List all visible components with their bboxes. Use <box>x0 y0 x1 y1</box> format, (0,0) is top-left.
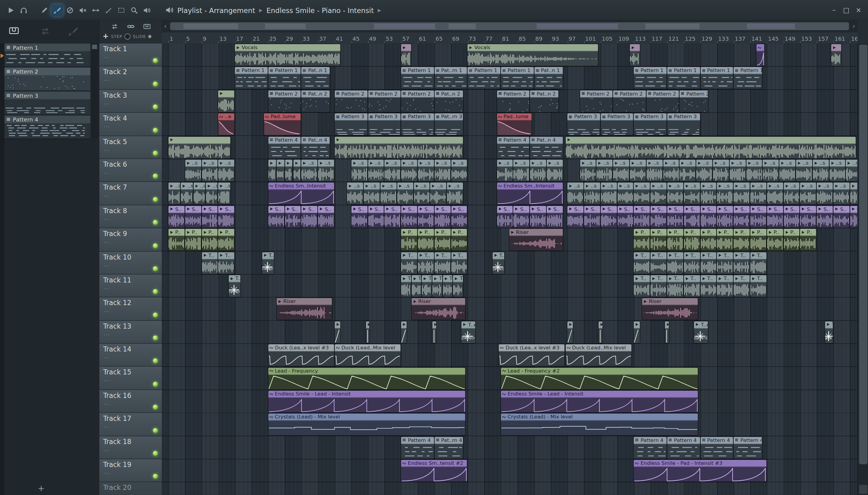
clip-t-2[interactable]: T..2 <box>262 252 274 274</box>
track-mute-led[interactable] <box>153 197 158 202</box>
clip-pattern-2[interactable]: Pattern 2 <box>613 90 646 112</box>
pattern-header[interactable]: Pattern 4 <box>4 116 90 123</box>
clip-s[interactable]: ..s <box>796 159 812 181</box>
clip-s[interactable]: ..s <box>185 159 201 181</box>
clip-s[interactable]: ..s <box>646 159 662 181</box>
clip-s[interactable]: ..s <box>584 183 600 204</box>
clip-s[interactable]: ..s <box>601 183 617 204</box>
clip-s[interactable]: ..s <box>301 159 317 181</box>
clip-audio[interactable] <box>598 321 602 343</box>
clip-crystals-lead-mix-level[interactable]: Crystals (Lead) - Mix level <box>268 414 465 435</box>
clip-s[interactable]: ..s <box>596 159 612 181</box>
clip-t[interactable]: T <box>825 321 833 343</box>
tool-mute-icon[interactable] <box>64 4 76 16</box>
track-header-1[interactable]: Track 1… <box>99 44 162 67</box>
clip-s[interactable]: ..s <box>202 159 218 181</box>
track-mute-led[interactable] <box>153 474 158 479</box>
clip-t[interactable]: T.. <box>453 275 463 297</box>
track-mute-led[interactable] <box>153 243 158 248</box>
clip-t[interactable]: T.. <box>667 252 683 274</box>
clip-audio[interactable] <box>401 44 411 66</box>
clip-pattern-2[interactable]: Pattern 2 <box>335 90 367 112</box>
clip-s[interactable]: S.. <box>850 206 857 227</box>
clip-pat-n-1[interactable]: Pat..n 1 <box>534 67 563 89</box>
clip-s[interactable]: ..s <box>829 159 845 181</box>
playlist-lane-16[interactable]: Endless Smile - Lead - IntensitEndless S… <box>162 390 857 413</box>
clip-p[interactable]: P.. <box>800 229 816 251</box>
clip-s[interactable]: ..s <box>318 159 334 181</box>
clip-riser[interactable]: Riser <box>412 298 465 320</box>
close-button[interactable]: × <box>852 4 865 16</box>
clip-pattern-1[interactable]: Pattern 1 <box>235 67 267 89</box>
clip-s[interactable]: ..s <box>733 183 749 204</box>
clip-s[interactable]: ..s <box>285 159 293 181</box>
clip-s[interactable]: ..s <box>347 183 363 204</box>
clip-t[interactable]: T.. <box>684 252 700 274</box>
clip-s[interactable]: ..s <box>418 159 434 181</box>
clip-s[interactable]: ..s <box>451 159 467 181</box>
clip-pattern-1[interactable]: Pattern 1 <box>501 67 534 89</box>
clip-s[interactable]: ..s <box>497 159 513 181</box>
playlist-lane-4[interactable]: ..ePad..lumePattern 3Pattern 3Pattern 3P… <box>162 113 857 136</box>
clip-s[interactable]: ..s <box>276 159 284 181</box>
playlist-lane-15[interactable]: Lead - FrequencyLead - Frequency #2 <box>162 367 857 390</box>
playlist-overview-scrollbar[interactable] <box>170 22 849 30</box>
clip-p[interactable]: P.. <box>650 229 666 251</box>
clip-p[interactable]: P.. <box>185 229 201 251</box>
track-header-9[interactable]: Track 9… <box>99 228 162 252</box>
clip-s[interactable]: ..s <box>696 159 712 181</box>
clip-s[interactable]: S.. <box>268 206 284 227</box>
clip-t[interactable]: T.. <box>443 275 453 297</box>
clip-audio[interactable] <box>757 44 764 66</box>
clip-s[interactable]: ..s <box>800 183 816 204</box>
clip-t[interactable]: T.. <box>434 252 450 274</box>
clip-s[interactable]: ..s <box>193 183 206 204</box>
track-header-18[interactable]: Track 18… <box>99 436 162 459</box>
clip-p[interactable]: P.. <box>784 229 800 251</box>
clip-p[interactable]: P.. <box>418 229 434 251</box>
piano-picker-icon[interactable] <box>9 25 19 36</box>
add-pattern-button[interactable]: + <box>38 484 45 493</box>
clip-pattern-1[interactable]: Pattern 1 <box>468 67 500 89</box>
tool-headphones-icon[interactable] <box>18 4 30 16</box>
clip-pad-lume[interactable]: Pad..lume <box>264 113 301 135</box>
clip-s[interactable]: ..s <box>630 159 646 181</box>
clip-s[interactable]: S.. <box>530 206 546 227</box>
clip-audio[interactable] <box>665 321 669 343</box>
clip-pattern-3[interactable]: Pattern 3 <box>634 113 666 135</box>
clip-t[interactable]: T.. <box>650 275 666 297</box>
clip-s[interactable]: ..s <box>667 183 683 204</box>
clip-s[interactable]: S.. <box>202 206 218 227</box>
clip-t[interactable]: T.. <box>401 252 417 274</box>
clip-s[interactable]: ..s <box>268 159 276 181</box>
track-header-8[interactable]: Track 8… <box>99 205 162 228</box>
timeline-ruler[interactable]: 1591317212529333741454953576165697377818… <box>162 32 857 44</box>
tool-stretch-icon[interactable] <box>90 4 102 16</box>
clip-p[interactable]: P.. <box>634 229 650 251</box>
clip-p[interactable]: P.. <box>169 229 185 251</box>
clip-pattern-4[interactable]: Pattern 4 <box>497 137 529 158</box>
clip-pattern-2[interactable]: Pattern 2 <box>401 90 434 112</box>
clip-s[interactable]: S.. <box>514 206 530 227</box>
clip-s[interactable]: ..s <box>767 183 783 204</box>
tool-spkmute-icon[interactable] <box>77 4 89 16</box>
clip-s[interactable]: S.. <box>700 206 716 227</box>
clip-s[interactable]: ..s <box>430 183 446 204</box>
clip-pat-n-4[interactable]: Pat..n 4 <box>530 137 563 158</box>
clip-vocals[interactable]: Vocals <box>468 44 598 66</box>
clip-s[interactable]: ..s <box>447 183 463 204</box>
track-header-5[interactable]: Track 5… <box>99 136 162 159</box>
step-toggle[interactable] <box>124 33 131 39</box>
pattern-item-2[interactable]: Pattern 2 <box>4 68 90 92</box>
clip-pattern-2[interactable]: Pattern 2 <box>268 90 301 112</box>
clip-s[interactable]: ..s <box>613 159 629 181</box>
clip-e[interactable]: ..e <box>218 113 234 135</box>
clip-t[interactable]: T.. <box>422 275 432 297</box>
clip-s[interactable]: ..s <box>746 159 762 181</box>
clip-audio[interactable] <box>335 137 463 158</box>
tool-draw-icon[interactable] <box>51 4 63 16</box>
clip-pattern-2[interactable]: Pattern 2 <box>646 90 679 112</box>
clip-pattern-4[interactable]: Pattern 4 <box>268 137 301 158</box>
clip-t[interactable]: T.. <box>750 252 766 274</box>
track-mute-led[interactable] <box>153 428 158 433</box>
